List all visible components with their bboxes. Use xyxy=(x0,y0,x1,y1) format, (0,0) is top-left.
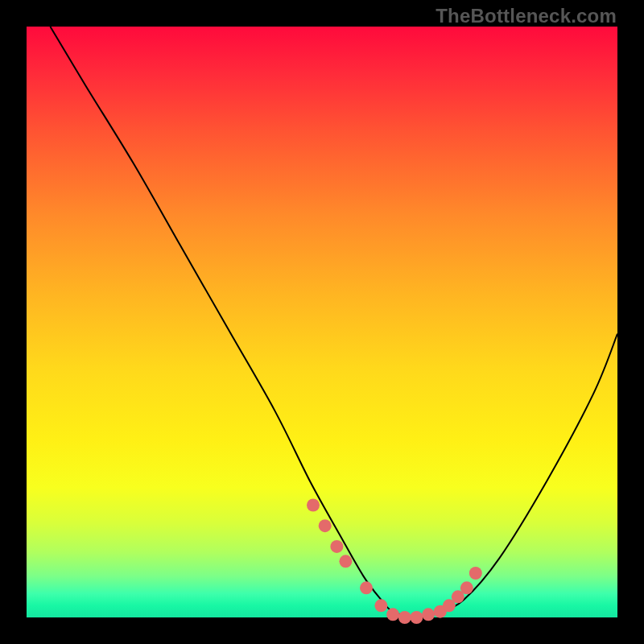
watermark-text: TheBottleneck.com xyxy=(436,5,617,27)
highlight-dot xyxy=(374,599,387,612)
highlight-dot xyxy=(330,540,343,553)
chart-svg xyxy=(27,27,617,617)
highlight-dot xyxy=(398,611,411,624)
highlight-dot xyxy=(360,581,373,594)
bottleneck-curve xyxy=(50,27,617,617)
highlight-dot xyxy=(460,581,473,594)
highlight-dot xyxy=(386,608,399,621)
chart-stage: TheBottleneck.com xyxy=(0,0,644,644)
plot-area xyxy=(27,27,617,617)
highlight-dot xyxy=(469,567,482,580)
highlight-dot xyxy=(307,499,320,512)
highlight-dot xyxy=(422,608,435,621)
highlight-dot xyxy=(319,519,332,532)
highlight-dot xyxy=(339,555,352,568)
highlight-dot xyxy=(410,611,423,624)
